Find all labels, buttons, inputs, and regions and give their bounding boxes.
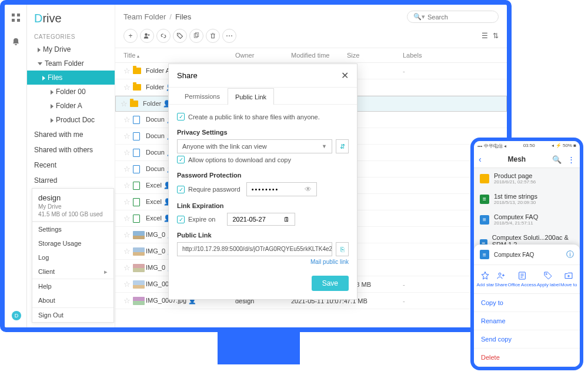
copy-button[interactable] (189, 29, 203, 43)
privacy-extra-button[interactable]: ⇵ (336, 139, 349, 153)
menu-signout[interactable]: Sign Out (32, 307, 113, 322)
star-icon[interactable]: ☆ (123, 197, 133, 206)
tree-folder-00[interactable]: Folder 00 (27, 85, 115, 99)
crumb-team-folder[interactable]: Team Folder (123, 12, 166, 21)
star-icon[interactable]: ☆ (121, 99, 130, 108)
phone-file-name: 1st time strings (494, 193, 537, 200)
phone-file-row[interactable]: ≡1st time strings2018/5/13, 20:09:30 (474, 189, 580, 209)
star-icon[interactable]: ☆ (123, 115, 133, 124)
image-thumbnail (133, 231, 145, 239)
require-password-checkbox[interactable]: ✓ (177, 186, 185, 193)
tree-folder-a[interactable]: Folder A (27, 99, 115, 113)
star-icon[interactable]: ☆ (123, 280, 133, 289)
phone-file-row[interactable]: Product page2018/6/21, 02:57:56 (474, 168, 580, 189)
col-size[interactable]: Size (347, 52, 403, 59)
col-owner[interactable]: Owner (235, 52, 291, 59)
sheet-item-rename[interactable]: Rename (474, 312, 580, 330)
star-icon[interactable]: ☆ (123, 66, 133, 75)
star-icon[interactable]: ☆ (123, 83, 133, 92)
star-icon[interactable]: ☆ (123, 165, 133, 173)
star-icon[interactable]: ☆ (123, 132, 133, 140)
tab-permissions[interactable]: Permissions (177, 88, 228, 104)
menu-help[interactable]: Help (32, 279, 113, 293)
storage-usage-text: 41.5 MB of 100 GB used (38, 211, 108, 217)
sheet-action-office-access[interactable]: Office Access (508, 271, 536, 287)
folder-icon (130, 101, 138, 107)
more-button[interactable]: ⋯ (222, 29, 236, 43)
close-icon[interactable]: ✕ (341, 70, 349, 81)
nav-shared-with-me[interactable]: Shared with me (27, 127, 115, 142)
phone-file-row[interactable]: ≡Computex FAQ2018/5/4, 21:57:11 (474, 209, 580, 230)
menu-client[interactable]: Client▸ (32, 264, 113, 279)
nav-recent[interactable]: Recent (27, 158, 115, 173)
apps-icon[interactable] (11, 13, 21, 24)
bell-icon[interactable] (11, 37, 21, 48)
add-user-button[interactable] (140, 29, 154, 43)
col-title[interactable]: Title ▴ (123, 52, 235, 59)
image-thumbnail (133, 247, 145, 256)
sheet-action-share[interactable]: Share (495, 271, 507, 287)
sort-icon[interactable]: ⇅ (493, 32, 499, 40)
sheet-action-add-star[interactable]: Add star (476, 271, 494, 287)
require-password-label: Require password (188, 186, 240, 193)
phone-more-icon[interactable]: ⋮ (567, 155, 575, 164)
back-icon[interactable]: ‹ (479, 155, 482, 164)
phone-header: ‹ Mesh 🔍⋮ (474, 151, 580, 168)
star-icon[interactable]: ☆ (123, 181, 133, 190)
col-modified[interactable]: Modified time (291, 52, 347, 59)
nav-starred[interactable]: Starred (27, 173, 115, 188)
tag-button[interactable] (173, 29, 187, 43)
tree-my-drive[interactable]: My Drive (27, 42, 115, 56)
sidebar: Drive CATEGORIES My Drive Team Folder Fi… (27, 5, 115, 327)
sheet-action-apply-label[interactable]: Apply label (537, 271, 560, 287)
toolbar: + ⋯ ☰ ⇅ (115, 26, 507, 48)
info-icon[interactable]: ⓘ (566, 249, 574, 260)
user-avatar-badge[interactable]: D (12, 311, 21, 320)
sheet-action-move-to[interactable]: Move to (560, 271, 577, 287)
crumb-files[interactable]: Files (175, 12, 191, 21)
menu-log[interactable]: Log (32, 250, 113, 264)
nav-shared-with-others[interactable]: Shared with others (27, 142, 115, 158)
sheet-item-send-copy[interactable]: Send copy (474, 330, 580, 349)
star-icon[interactable]: ☆ (123, 296, 133, 305)
mail-public-link[interactable]: Mail public link (177, 259, 349, 265)
phone-search-icon[interactable]: 🔍 (552, 155, 562, 164)
copy-url-button[interactable]: ⎘ (336, 242, 349, 256)
list-view-icon[interactable]: ☰ (482, 32, 488, 40)
save-button[interactable]: Save (312, 276, 349, 291)
col-labels[interactable]: Labels (403, 52, 499, 59)
svg-point-4 (145, 34, 148, 36)
tab-public-link[interactable]: Public Link (228, 88, 274, 105)
create-link-checkbox[interactable]: ✓ (177, 113, 185, 120)
expire-checkbox[interactable]: ✓ (177, 216, 185, 223)
svg-rect-0 (12, 14, 15, 16)
menu-storage-usage[interactable]: Storage Usage (32, 236, 113, 250)
svg-rect-1 (17, 14, 20, 16)
document-icon (133, 132, 140, 140)
sheet-item-copy-to[interactable]: Copy to (474, 294, 580, 312)
privacy-select[interactable]: Anyone with the link can view▼ (177, 139, 332, 153)
tree-team-folder[interactable]: Team Folder (27, 56, 115, 71)
tree-files[interactable]: Files (27, 71, 115, 85)
star-icon[interactable]: ☆ (123, 263, 133, 272)
eye-icon[interactable]: 👁 (305, 185, 312, 193)
search-input[interactable] (427, 14, 492, 21)
image-thumbnail (133, 280, 145, 289)
svg-rect-2 (12, 19, 15, 22)
star-icon[interactable]: ☆ (123, 148, 133, 157)
sheet-item-delete[interactable]: Delete (474, 349, 580, 367)
link-button[interactable] (156, 29, 171, 43)
allow-download-checkbox[interactable]: ✓ (177, 156, 185, 163)
expiry-date-input[interactable]: 2021-05-27🗓 (227, 213, 295, 226)
star-icon[interactable]: ☆ (123, 247, 133, 256)
delete-button[interactable] (206, 29, 220, 43)
password-input[interactable] (252, 186, 293, 193)
menu-settings[interactable]: Settings (32, 222, 113, 236)
search-box[interactable]: 🔍▾ (407, 11, 499, 23)
public-url-field[interactable]: http://10.17.29.89:5000/d/s/jOTrAG0RQYEu… (177, 242, 332, 256)
add-button[interactable]: + (123, 29, 138, 43)
tree-product-doc[interactable]: Product Doc (27, 113, 115, 127)
star-icon[interactable]: ☆ (123, 230, 133, 239)
star-icon[interactable]: ☆ (123, 214, 133, 223)
menu-about[interactable]: About (32, 293, 113, 307)
